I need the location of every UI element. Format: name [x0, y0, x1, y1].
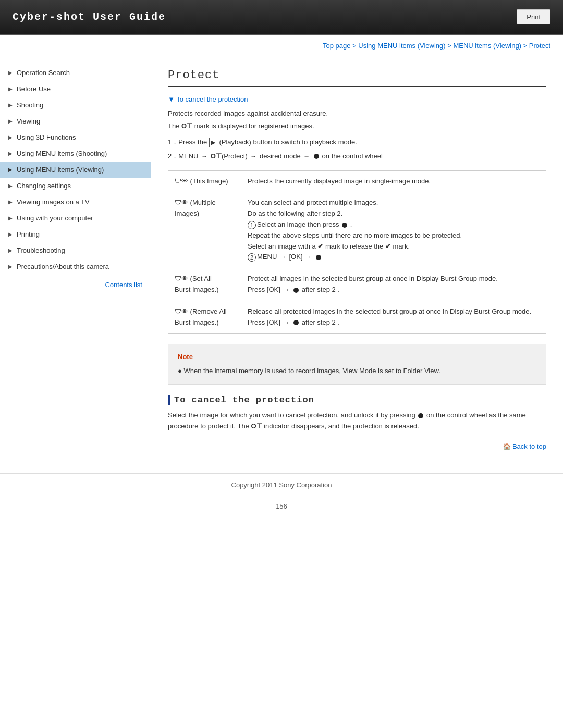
header: Cyber-shot User Guide Print	[0, 0, 563, 35]
sidebar-label: Printing	[17, 230, 40, 238]
arrow-icon: ▶	[8, 248, 13, 253]
copyright-text: Copyright 2011 Sony Corporation	[231, 481, 332, 489]
breadcrumb: Top page > Using MENU items (Viewing) > …	[0, 35, 563, 56]
sidebar-label: Shooting	[17, 101, 43, 109]
sidebar-item-3d-functions[interactable]: ▶ Using 3D Functions	[0, 129, 151, 145]
page-title: Protect	[168, 69, 546, 87]
table-cell-icon: 🛡👁 (This Image)	[168, 170, 241, 192]
table-row: 🛡👁 (Remove AllBurst Images.) Release all…	[168, 301, 546, 334]
this-image-icon: 🛡👁 (This Image)	[175, 177, 228, 185]
sidebar-label: Viewing images on a TV	[17, 198, 90, 206]
sidebar-label: Changing settings	[17, 182, 71, 190]
cancel-protection-link[interactable]: To cancel the protection	[168, 95, 546, 103]
sidebar-item-shooting[interactable]: ▶ Shooting	[0, 97, 151, 113]
intro-line2: The O⊤ mark is displayed for registered …	[168, 121, 546, 131]
cancel-section-title: To cancel the protection	[168, 395, 546, 405]
multiple-images-icon: 🛡👁 (MultipleImages)	[175, 199, 216, 217]
content-area: Protect To cancel the protection Protect…	[151, 56, 563, 463]
arrow-icon: ▶	[8, 264, 13, 269]
circle-1: 1	[248, 221, 256, 229]
arrow-icon: ▶	[8, 215, 13, 221]
sidebar-label: Troubleshooting	[17, 246, 65, 254]
set-all-icon: 🛡👁 (Set AllBurst Images.)	[175, 275, 219, 293]
sidebar-label: Using MENU items (Shooting)	[17, 150, 107, 157]
table-cell-icon: 🛡👁 (Remove AllBurst Images.)	[168, 301, 241, 334]
arrow-icon: ▶	[8, 118, 13, 124]
sidebar-label: Using 3D Functions	[17, 133, 76, 141]
table-cell-desc: Protects the currently displayed image i…	[241, 170, 546, 192]
sidebar: ▶ Operation Search ▶ Before Use ▶ Shooti…	[0, 56, 151, 463]
step-1: 1．Press the ▶ (Playback) button to switc…	[168, 137, 546, 148]
note-title: Note	[178, 352, 536, 363]
sidebar-item-computer[interactable]: ▶ Using with your computer	[0, 210, 151, 226]
table-row: 🛡👁 (MultipleImages) You can select and p…	[168, 192, 546, 268]
remove-all-icon: 🛡👁 (Remove AllBurst Images.)	[175, 307, 227, 326]
sidebar-item-precautions[interactable]: ▶ Precautions/About this camera	[0, 258, 151, 275]
sidebar-label: Using with your computer	[17, 214, 93, 222]
app-title: Cyber-shot User Guide	[13, 11, 166, 23]
sidebar-label: Operation Search	[17, 69, 70, 77]
sidebar-label: Using MENU items (Viewing)	[17, 166, 104, 174]
sidebar-item-viewing[interactable]: ▶ Viewing	[0, 113, 151, 129]
note-box: Note ● When the internal memory is used …	[168, 344, 546, 385]
bullet-icon	[293, 320, 299, 325]
arrow-icon: ▶	[8, 70, 13, 76]
sidebar-item-menu-viewing[interactable]: ▶ Using MENU items (Viewing)	[0, 162, 151, 178]
table-cell-desc: Protect all images in the selected burst…	[241, 268, 546, 301]
breadcrumb-using-menu-viewing[interactable]: Using MENU items (Viewing)	[358, 42, 445, 50]
note-text: ● When the internal memory is used to re…	[178, 366, 536, 377]
sidebar-item-before-use[interactable]: ▶ Before Use	[0, 81, 151, 97]
step-2: 2．MENU → O⊤(Protect) → desired mode → on…	[168, 151, 546, 162]
intro-line1: Protects recorded images against acciden…	[168, 108, 546, 119]
arrow-icon: ▶	[8, 199, 13, 205]
arrow-icon: ▶	[8, 102, 13, 108]
contents-list-link[interactable]: Contents list	[0, 275, 151, 295]
arrow-icon: ▶	[8, 134, 13, 140]
print-button[interactable]: Print	[517, 9, 550, 24]
footer: Copyright 2011 Sony Corporation	[0, 473, 563, 496]
sidebar-item-troubleshooting[interactable]: ▶ Troubleshooting	[0, 242, 151, 258]
bullet-icon	[418, 413, 423, 418]
arrow-icon: ▶	[8, 151, 13, 156]
table-cell-desc: You can select and protect multiple imag…	[241, 192, 546, 268]
playback-icon: ▶	[209, 138, 217, 148]
table-cell-icon: 🛡👁 (Set AllBurst Images.)	[168, 268, 241, 301]
table-cell-desc: Release all protected images in the sele…	[241, 301, 546, 334]
breadcrumb-current: Protect	[529, 42, 550, 50]
sidebar-item-printing[interactable]: ▶ Printing	[0, 226, 151, 242]
protect-table: 🛡👁 (This Image) Protects the currently d…	[168, 170, 546, 334]
arrow-icon: ▶	[8, 183, 13, 189]
sidebar-label: Precautions/About this camera	[17, 263, 109, 270]
arrow-icon: ▶	[8, 86, 13, 92]
cancel-section: To cancel the protection Select the imag…	[168, 395, 546, 432]
sidebar-label: Viewing	[17, 117, 40, 125]
steps-list: 1．Press the ▶ (Playback) button to switc…	[168, 137, 546, 162]
sidebar-label: Before Use	[17, 85, 51, 93]
table-cell-icon: 🛡👁 (MultipleImages)	[168, 192, 241, 268]
arrow-icon: ▶	[8, 231, 13, 237]
bullet-icon	[316, 255, 321, 260]
sidebar-item-menu-shooting[interactable]: ▶ Using MENU items (Shooting)	[0, 145, 151, 162]
bullet-icon	[342, 223, 347, 228]
sidebar-item-operation-search[interactable]: ▶ Operation Search	[0, 65, 151, 81]
main-layout: ▶ Operation Search ▶ Before Use ▶ Shooti…	[0, 56, 563, 463]
sidebar-item-viewing-tv[interactable]: ▶ Viewing images on a TV	[0, 194, 151, 210]
circle-2: 2	[248, 253, 256, 262]
bullet-icon	[293, 288, 299, 293]
table-row: 🛡👁 (This Image) Protects the currently d…	[168, 170, 546, 192]
back-to-top-link[interactable]: Back to top	[168, 442, 546, 450]
sidebar-item-changing-settings[interactable]: ▶ Changing settings	[0, 178, 151, 194]
page-number: 156	[0, 496, 563, 516]
table-row: 🛡👁 (Set AllBurst Images.) Protect all im…	[168, 268, 546, 301]
breadcrumb-menu-items-viewing[interactable]: MENU items (Viewing)	[453, 42, 521, 50]
breadcrumb-top[interactable]: Top page	[323, 42, 351, 50]
control-wheel-icon	[314, 154, 319, 159]
cancel-section-text: Select the image for which you want to c…	[168, 410, 546, 432]
arrow-icon: ▶	[8, 167, 13, 172]
